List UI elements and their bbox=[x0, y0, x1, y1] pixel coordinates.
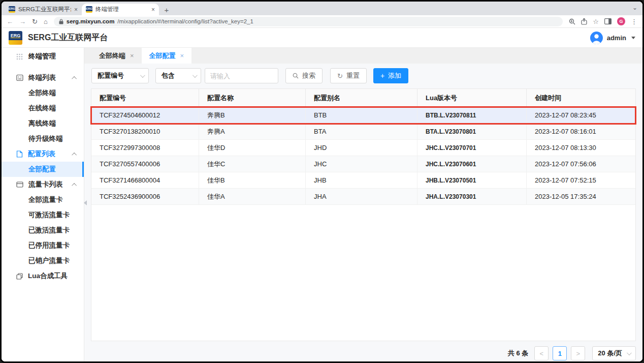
browser-profile-avatar[interactable]: G bbox=[617, 17, 625, 25]
page-number-button[interactable]: 1 bbox=[553, 346, 567, 360]
sidebar-item-offline-terminals[interactable]: 离线终端 bbox=[2, 116, 84, 131]
sidebar-group-config-list[interactable]: 配置列表 bbox=[2, 146, 84, 162]
cell-lua-version: JHC.L.V23070601 bbox=[417, 156, 527, 172]
table-row[interactable]: TCF3270557400006 佳华C JHC JHC.L.V23070601… bbox=[91, 156, 635, 172]
close-tab-icon[interactable]: × bbox=[130, 52, 134, 59]
cell-config-name: 佳华B bbox=[199, 172, 306, 188]
table-header-row: 配置编号 配置名称 配置别名 Lua版本号 创建时间 bbox=[91, 89, 635, 107]
sim-card-icon bbox=[16, 182, 23, 188]
cell-lua-version: BTA.L.V23070801 bbox=[417, 124, 527, 139]
sidebar-group-terminal-list[interactable]: 终端列表 bbox=[2, 70, 84, 85]
side-panel-icon[interactable] bbox=[604, 18, 611, 24]
cell-config-alias: BTA bbox=[306, 124, 417, 139]
cell-config-alias: JHC bbox=[306, 156, 417, 172]
browser-tab-strip: ERG SERG工业互联网平台 × ERG 终端管理 × + ⌄ bbox=[2, 2, 642, 15]
cell-config-alias: JHB bbox=[306, 172, 417, 188]
app-header: ERG SERG工业互联网平台 admin bbox=[2, 28, 642, 48]
user-menu[interactable]: admin bbox=[607, 34, 626, 42]
sidebar-item-lua-tool[interactable]: Lua合成工具 bbox=[2, 268, 84, 284]
column-header: Lua版本号 bbox=[417, 89, 527, 107]
forward-icon[interactable]: → bbox=[19, 18, 26, 25]
reset-icon: ↻ bbox=[337, 73, 343, 79]
close-tab-icon[interactable]: × bbox=[74, 6, 78, 13]
new-tab-button[interactable]: + bbox=[161, 4, 172, 15]
pagination-total: 共 6 条 bbox=[508, 349, 528, 358]
bookmark-star-icon[interactable]: ☆ bbox=[593, 18, 599, 25]
sidebar-item-all-terminals[interactable]: 全部终端 bbox=[2, 85, 84, 101]
cell-lua-version: JHB.L.V23070501 bbox=[417, 172, 527, 188]
home-icon[interactable]: ⌂ bbox=[44, 18, 48, 25]
sidebar-item-closed-sim-cards[interactable]: 已销户流量卡 bbox=[2, 253, 84, 268]
page-tab-all-terminals[interactable]: 全部终端× bbox=[91, 48, 142, 64]
filter-field-select[interactable]: 配置编号 bbox=[91, 68, 149, 83]
url-bar[interactable]: serg.mixyun.com/mixapplication/#/termina… bbox=[54, 17, 563, 26]
sidebar-collapse-handle[interactable] bbox=[84, 200, 87, 205]
share-icon[interactable] bbox=[581, 18, 587, 25]
close-tab-icon[interactable]: × bbox=[151, 6, 155, 13]
column-header: 配置别名 bbox=[306, 89, 417, 107]
filter-operator-select[interactable]: 包含 bbox=[155, 68, 201, 83]
cell-created-time: 2023-12-05 17:35:24 bbox=[527, 189, 635, 204]
sidebar-item-all-configs[interactable]: 全部配置 bbox=[2, 162, 84, 177]
cell-config-id: TCF3252436900006 bbox=[91, 189, 199, 204]
sidebar-item-suspended-sim-cards[interactable]: 已停用流量卡 bbox=[2, 238, 84, 253]
chevron-down-icon bbox=[627, 350, 632, 355]
cell-config-id: TCF3272997300008 bbox=[91, 140, 199, 156]
sidebar-item-activatable-sim-cards[interactable]: 可激活流量卡 bbox=[2, 207, 84, 223]
cell-lua-version: JHA.L.V23070301 bbox=[417, 189, 527, 204]
app-logo: ERG bbox=[9, 31, 22, 45]
cell-lua-version: BTB.L.V23070811 bbox=[417, 107, 527, 123]
column-header: 配置编号 bbox=[91, 89, 199, 107]
browser-tab-terminal[interactable]: ERG 终端管理 × bbox=[82, 4, 159, 15]
cell-config-name: 佳华C bbox=[199, 156, 306, 172]
sidebar-item-pending-upgrade-terminals[interactable]: 待升级终端 bbox=[2, 131, 84, 146]
browser-menu-icon[interactable]: ⋮ bbox=[631, 18, 637, 25]
cell-created-time: 2023-12-07 07:56:06 bbox=[527, 156, 635, 172]
sidebar: 终端管理 终端列表 全部终端 在线终端 离线终端 待升级终端 配置列表 全部配置 bbox=[2, 48, 84, 361]
column-header: 配置名称 bbox=[199, 89, 306, 107]
screenshot-frame: ERG SERG工业互联网平台 × ERG 终端管理 × + ⌄ ← → ↻ ⌂… bbox=[0, 0, 644, 363]
cell-config-name: 佳华A bbox=[199, 189, 306, 204]
prev-page-button[interactable]: < bbox=[534, 346, 549, 360]
chevron-down-icon[interactable]: ⌄ bbox=[632, 4, 637, 11]
reload-icon[interactable]: ↻ bbox=[32, 18, 38, 25]
sidebar-item-activated-sim-cards[interactable]: 已激活流量卡 bbox=[2, 223, 84, 238]
page-size-select[interactable]: 20 条/页 bbox=[592, 346, 636, 360]
add-button[interactable]: + 添加 bbox=[373, 68, 408, 83]
app-grid-icon bbox=[16, 53, 23, 60]
sidebar-app-switcher[interactable]: 终端管理 bbox=[2, 48, 84, 65]
sidebar-item-all-sim-cards[interactable]: 全部流量卡 bbox=[2, 192, 84, 207]
browser-tab-title: SERG工业互联网平台 bbox=[18, 6, 71, 13]
cell-config-id: TCF3271466800004 bbox=[91, 172, 199, 188]
back-icon[interactable]: ← bbox=[7, 18, 13, 25]
table-row[interactable]: TCF3271466800004 佳华B JHB JHB.L.V23070501… bbox=[91, 172, 635, 189]
browser-address-bar: ← → ↻ ⌂ serg.mixyun.com/mixapplication/#… bbox=[2, 15, 642, 28]
table-row[interactable]: TCF3274504600012 奔腾B BTB BTB.L.V23070811… bbox=[91, 107, 635, 124]
pagination: 共 6 条 < 1 > 20 条/页 bbox=[84, 346, 636, 360]
plus-icon: + bbox=[380, 72, 384, 79]
lock-icon bbox=[59, 19, 63, 24]
sidebar-item-online-terminals[interactable]: 在线终端 bbox=[2, 101, 84, 116]
app-title: SERG工业互联网平台 bbox=[28, 33, 108, 43]
table-row[interactable]: TCF3252436900006 佳华A JHA JHA.L.V23070301… bbox=[91, 189, 635, 205]
favicon: ERG bbox=[86, 6, 92, 13]
browser-tab-platform[interactable]: ERG SERG工业互联网平台 × bbox=[5, 4, 82, 15]
column-header: 创建时间 bbox=[527, 89, 635, 107]
table-row[interactable]: TCF3270138200010 奔腾A BTA BTA.L.V23070801… bbox=[91, 124, 635, 140]
cell-created-time: 2023-12-07 08:23:45 bbox=[527, 107, 635, 123]
user-avatar-icon[interactable] bbox=[590, 32, 603, 44]
zoom-icon[interactable] bbox=[569, 18, 575, 25]
table-row[interactable]: TCF3272997300008 佳华D JHD JHC.L.V23070701… bbox=[91, 140, 635, 156]
sidebar-group-sim-card-list[interactable]: 流量卡列表 bbox=[2, 177, 84, 192]
search-button[interactable]: 搜索 bbox=[285, 68, 323, 83]
sidebar-app-title: 终端管理 bbox=[28, 52, 56, 61]
chevron-up-icon bbox=[72, 183, 77, 188]
page-tab-all-configs[interactable]: 全部配置× bbox=[142, 48, 192, 64]
cell-lua-version: JHC.L.V23070701 bbox=[417, 140, 527, 156]
next-page-button[interactable]: > bbox=[571, 346, 585, 360]
filter-value-input[interactable] bbox=[205, 68, 278, 83]
reset-button[interactable]: ↻ 重置 bbox=[330, 68, 367, 83]
page-tab-bar: 全部终端× 全部配置× bbox=[84, 48, 642, 64]
cell-config-id: TCF3274504600012 bbox=[91, 107, 199, 123]
close-tab-icon[interactable]: × bbox=[180, 52, 184, 59]
